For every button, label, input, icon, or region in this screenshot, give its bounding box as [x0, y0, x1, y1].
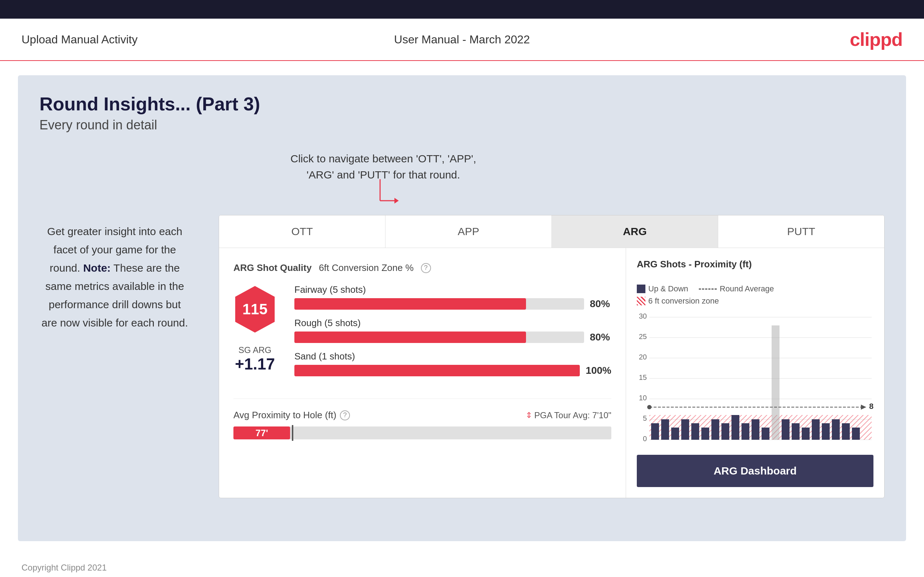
svg-marker-2 [394, 198, 399, 203]
note-label: Note: [83, 262, 111, 274]
bar-fairway-track [294, 298, 584, 309]
arg-dashboard-button[interactable]: ARG Dashboard [637, 455, 874, 487]
legend-round-avg-label: Round Average [720, 284, 774, 293]
chart-bar [732, 415, 739, 440]
right-area: Click to navigate between 'OTT', 'APP','… [219, 150, 885, 498]
bar-sand-track [294, 365, 580, 376]
bar-fairway-label: Fairway (5 shots) [294, 284, 611, 295]
proximity-section: Avg Proximity to Hole (ft) ? ⇕ PGA Tour … [233, 398, 611, 439]
chart-bar [691, 423, 699, 440]
round-avg-dot [647, 405, 651, 409]
pga-indicator: ⇕ [526, 411, 532, 420]
svg-text:25: 25 [639, 333, 647, 340]
content-layout: Get greater insight into each facet of y… [39, 150, 885, 498]
chart-bar [671, 427, 679, 440]
hint-text-container: Click to navigate between 'OTT', 'APP','… [291, 150, 476, 183]
chart-bar [681, 419, 689, 440]
bar-sand-wrapper: 100% [294, 365, 611, 376]
header: Upload Manual Activity User Manual - Mar… [0, 19, 924, 61]
hexagon-badge: 115 [233, 284, 276, 334]
proximity-cursor [292, 425, 293, 441]
chart-bar [751, 419, 759, 440]
chart-bar [711, 419, 719, 440]
sg-section: SG ARG +1.17 [235, 345, 275, 373]
bar-rough-pct: 80% [590, 332, 611, 343]
chart-bar [822, 423, 830, 440]
description-text: Get greater insight into each facet of y… [42, 226, 188, 329]
bar-sand: Sand (1 shots) 100% [294, 351, 611, 376]
bar-rough-track [294, 332, 584, 343]
bar-fairway: Fairway (5 shots) 80% [294, 284, 611, 309]
chart-bar [701, 427, 709, 440]
svg-text:10: 10 [639, 394, 647, 402]
card-right: ARG Shots - Proximity (ft) Up & Down Rou… [626, 248, 884, 498]
tab-ott[interactable]: OTT [219, 215, 386, 248]
upload-manual-label[interactable]: Upload Manual Activity [21, 33, 138, 46]
pga-avg: ⇕ PGA Tour Avg: 7'10" [526, 410, 611, 421]
sg-value: +1.17 [235, 355, 275, 373]
chart-title: ARG Shots - Proximity (ft) [637, 259, 752, 270]
left-panel: Get greater insight into each facet of y… [39, 150, 190, 332]
round-avg-arrow [861, 405, 866, 409]
chart-svg: 30 25 20 15 10 5 0 [637, 311, 874, 448]
tabs-container: OTT APP ARG PUTT [219, 215, 884, 248]
bar-sand-pct: 100% [586, 365, 611, 376]
legend-round-avg-icon [699, 288, 717, 290]
chart-bar [832, 419, 840, 440]
copyright-text: Copyright Clippd 2021 [21, 562, 107, 572]
proximity-label: Avg Proximity to Hole (ft) ? [233, 409, 350, 421]
legend-updown-label: Up & Down [648, 284, 688, 293]
conversion-label: 6ft Conversion Zone % [319, 262, 414, 274]
svg-text:15: 15 [639, 374, 647, 381]
svg-text:5: 5 [643, 414, 647, 422]
description-box: Get greater insight into each facet of y… [39, 222, 190, 332]
chart-bar [842, 423, 850, 440]
proximity-value: 77' [255, 427, 268, 438]
page-title: Round Insights... (Part 3) [39, 93, 885, 115]
top-bar [0, 0, 924, 19]
navigation-hint: Click to navigate between 'OTT', 'APP','… [291, 150, 476, 183]
chart-bar-tall [772, 326, 780, 440]
footer: Copyright Clippd 2021 [0, 556, 924, 577]
legend-conversion-icon [637, 297, 645, 305]
bars-section: Fairway (5 shots) 80% [294, 284, 611, 384]
bar-rough-wrapper: 80% [294, 332, 611, 343]
chart-bar [782, 419, 790, 440]
chart-bar [661, 419, 669, 440]
tab-arg[interactable]: ARG [552, 215, 718, 248]
chart-bar [812, 419, 820, 440]
bar-fairway-fill [294, 298, 526, 309]
bar-sand-label: Sand (1 shots) [294, 351, 611, 362]
svg-text:20: 20 [639, 353, 647, 361]
help-icon[interactable]: ? [421, 263, 431, 273]
legend-conversion: 6 ft conversion zone [637, 297, 874, 306]
tab-putt[interactable]: PUTT [718, 215, 884, 248]
legend-round-avg: Round Average [699, 284, 774, 293]
legend-conversion-label: 6 ft conversion zone [648, 297, 719, 306]
hex-value: 115 [242, 301, 268, 318]
bar-rough: Rough (5 shots) 80% [294, 318, 611, 343]
document-title: User Manual - March 2022 [394, 33, 530, 46]
tab-app[interactable]: APP [386, 215, 552, 248]
chart-bar [802, 427, 809, 440]
card-left: ARG Shot Quality 6ft Conversion Zone % ? [219, 248, 626, 498]
bar-rough-label: Rough (5 shots) [294, 318, 611, 329]
hex-bars-section: 115 SG ARG +1.17 [233, 284, 611, 384]
proximity-help-icon[interactable]: ? [340, 410, 350, 421]
svg-text:30: 30 [639, 312, 647, 320]
proximity-bar-track: 77' [233, 427, 611, 439]
round-avg-value-label: 8 [869, 402, 874, 411]
legend-updown: Up & Down [637, 284, 688, 293]
bar-rough-fill [294, 332, 526, 343]
chart-legend: Up & Down Round Average [637, 284, 774, 293]
bar-sand-fill [294, 365, 580, 376]
hex-container: 115 SG ARG +1.17 [233, 284, 276, 373]
arrow-indicator [376, 179, 405, 215]
bar-fairway-pct: 80% [590, 298, 611, 309]
shot-quality-header: ARG Shot Quality 6ft Conversion Zone % ? [233, 262, 611, 274]
chart-svg-wrapper: 30 25 20 15 10 5 0 [637, 311, 874, 448]
proximity-header: Avg Proximity to Hole (ft) ? ⇕ PGA Tour … [233, 409, 611, 421]
chart-bar [721, 423, 729, 440]
clippd-logo: clippd [850, 29, 903, 50]
chart-bar [741, 423, 750, 440]
